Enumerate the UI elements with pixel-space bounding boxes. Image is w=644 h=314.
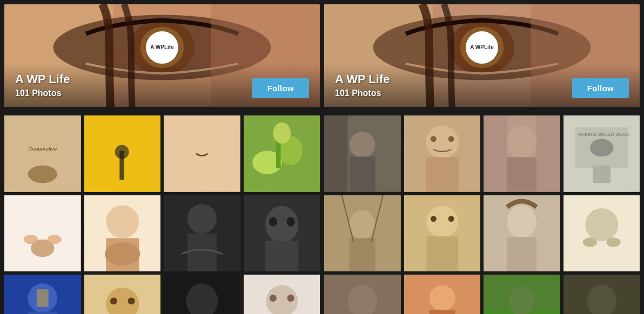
list-item[interactable]: ARKING UNDER DOOR	[564, 115, 640, 192]
svg-point-95	[448, 216, 454, 222]
svg-point-70	[350, 132, 375, 158]
list-item[interactable]	[324, 195, 401, 272]
svg-point-101	[582, 237, 596, 247]
photos-row: Cooperative	[0, 111, 644, 314]
svg-rect-48	[265, 241, 298, 271]
list-item[interactable]	[164, 115, 240, 192]
svg-rect-71	[350, 156, 375, 192]
follow-button-left[interactable]: Follow	[252, 78, 309, 98]
svg-rect-110	[429, 310, 455, 314]
list-item[interactable]	[244, 115, 320, 192]
photos-section-left: Cooperative	[4, 115, 320, 314]
banner-right-text: A WP Life 101 Photos	[335, 72, 390, 98]
banner-right-subtitle: 101 Photos	[335, 88, 390, 98]
svg-point-58	[110, 297, 117, 304]
banners-row: A WP Life A WP Life 101 Photos Follow	[0, 0, 644, 111]
list-item[interactable]	[484, 115, 560, 192]
svg-point-100	[585, 208, 618, 241]
svg-point-33	[273, 122, 291, 144]
list-item[interactable]	[564, 195, 640, 272]
svg-point-18	[28, 166, 57, 183]
list-item[interactable]	[4, 275, 81, 314]
list-item[interactable]	[484, 275, 560, 314]
svg-rect-93	[426, 236, 458, 271]
svg-point-40	[106, 205, 139, 238]
avatar-right-text2: Life	[484, 44, 494, 51]
banner-left-subtitle: 101 Photos	[15, 88, 70, 98]
avatar-right-text: A WP	[470, 44, 484, 51]
svg-text:ARKING UNDER DOOR: ARKING UNDER DOOR	[578, 132, 629, 137]
svg-point-42	[105, 242, 140, 266]
svg-rect-98	[507, 237, 536, 271]
svg-point-38	[31, 239, 55, 257]
svg-point-73	[426, 126, 459, 159]
page-container: A WP Life A WP Life 101 Photos Follow	[0, 0, 644, 314]
svg-rect-34	[4, 195, 81, 272]
banner-left-text: A WP Life 101 Photos	[15, 72, 70, 98]
svg-point-67	[287, 295, 294, 302]
list-item[interactable]	[324, 275, 401, 314]
svg-rect-107	[324, 275, 401, 314]
list-item[interactable]	[164, 275, 240, 314]
svg-rect-45	[187, 233, 217, 271]
svg-point-66	[269, 295, 276, 302]
svg-point-87	[350, 210, 375, 239]
svg-rect-119	[564, 275, 640, 314]
svg-point-44	[187, 204, 217, 233]
svg-rect-53	[28, 312, 57, 314]
avatar-left: A WP Life	[146, 31, 178, 64]
avatar-right: A WP Life	[466, 31, 498, 64]
list-item[interactable]	[404, 195, 481, 272]
svg-rect-79	[507, 157, 536, 192]
list-item[interactable]	[84, 275, 161, 314]
svg-rect-88	[350, 238, 375, 271]
svg-rect-84	[593, 166, 611, 183]
svg-point-50	[286, 217, 294, 226]
list-item[interactable]: Cooperative	[4, 115, 81, 192]
avatar-left-text: A WP	[150, 44, 164, 51]
svg-point-102	[606, 237, 620, 247]
list-item[interactable]	[4, 195, 81, 272]
svg-rect-74	[426, 157, 459, 192]
svg-point-76	[448, 136, 454, 142]
list-item[interactable]	[244, 195, 320, 272]
svg-point-23	[115, 145, 129, 159]
svg-point-109	[429, 285, 455, 311]
banner-left-overlay: A WP Life 101 Photos Follow	[4, 64, 320, 107]
banner-right: A WP Life A WP Life 101 Photos Follow	[324, 4, 640, 107]
list-item[interactable]	[244, 275, 320, 314]
svg-point-92	[426, 206, 458, 237]
list-item[interactable]	[484, 195, 560, 272]
banner-left: A WP Life A WP Life 101 Photos Follow	[4, 4, 320, 107]
svg-point-83	[589, 139, 613, 157]
svg-point-94	[430, 216, 436, 222]
svg-point-49	[269, 217, 277, 226]
svg-point-97	[507, 205, 536, 238]
list-item[interactable]	[324, 115, 401, 192]
svg-rect-54	[37, 289, 49, 307]
list-item[interactable]	[404, 275, 481, 314]
list-item[interactable]	[404, 115, 481, 192]
list-item[interactable]	[84, 195, 161, 272]
svg-text:Cooperative: Cooperative	[28, 146, 57, 152]
list-item[interactable]	[164, 195, 240, 272]
list-item[interactable]	[564, 275, 640, 314]
svg-rect-69	[324, 115, 348, 192]
photos-section-right: ARKING UNDER DOOR	[324, 115, 640, 314]
banner-right-title: A WP Life	[335, 72, 390, 86]
follow-button-right[interactable]: Follow	[572, 78, 629, 98]
svg-point-59	[128, 297, 135, 304]
avatar-left-text2: Life	[164, 44, 174, 51]
svg-point-75	[430, 136, 436, 142]
svg-rect-80	[507, 115, 536, 157]
svg-rect-24	[164, 115, 240, 192]
banner-left-title: A WP Life	[15, 72, 70, 86]
list-item[interactable]	[84, 115, 161, 192]
banner-right-overlay: A WP Life 101 Photos Follow	[324, 64, 640, 107]
